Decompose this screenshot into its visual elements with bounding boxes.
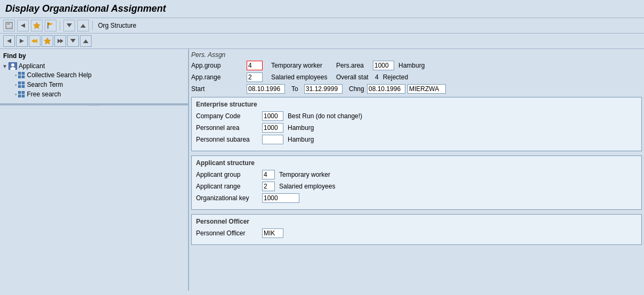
company-code-input[interactable] — [262, 111, 283, 121]
svg-rect-27 — [22, 85, 25, 88]
org-key-input[interactable] — [262, 193, 299, 203]
pers-assgn-row1: App.group Temporary worker Pers.area Ham… — [191, 61, 642, 70]
svg-rect-29 — [22, 91, 25, 94]
app-group-input[interactable] — [247, 61, 263, 70]
to-label: To — [291, 85, 302, 93]
applicant-structure-title: Applicant structure — [196, 159, 637, 167]
overall-stat-label: Overall stat — [336, 73, 371, 81]
chng-user-input[interactable] — [407, 84, 446, 94]
svg-rect-20 — [18, 72, 21, 75]
start-label: Start — [191, 85, 244, 93]
svg-marker-3 — [21, 23, 25, 28]
back-button[interactable] — [17, 20, 29, 31]
chng-label: Chng — [349, 85, 365, 93]
toolbar-separator-2 — [92, 21, 93, 30]
personnel-subarea-label: Personnel subarea — [196, 136, 260, 143]
pers-assgn-section: Pers. Assgn App.group Temporary worker P… — [191, 51, 642, 94]
svg-marker-9 — [7, 39, 11, 43]
personnel-officer-input[interactable] — [262, 228, 283, 238]
company-code-text: Best Run (do not change!) — [288, 112, 362, 120]
svg-rect-1 — [7, 22, 10, 25]
tree-branch: • Collective Search Help • — [5, 70, 188, 99]
applicant-icon — [9, 62, 17, 70]
svg-point-18 — [11, 63, 14, 67]
collective-search-label: Collective Search Help — [27, 71, 92, 79]
svg-rect-25 — [22, 81, 25, 84]
personnel-subarea-input[interactable] — [262, 135, 283, 144]
overall-stat-value: 4 — [375, 73, 379, 81]
chng-date-input[interactable] — [367, 84, 405, 94]
nav-filter-down-button[interactable] — [67, 35, 79, 47]
start-input[interactable] — [247, 84, 285, 94]
svg-marker-8 — [80, 24, 86, 28]
applicant-group-input[interactable] — [262, 170, 275, 179]
find-by-label: Find by — [0, 51, 188, 62]
app-group-label: App.group — [191, 62, 244, 69]
tree-root-applicant[interactable]: ▼ Applicant — [0, 62, 188, 70]
nav-back-button[interactable] — [3, 35, 15, 47]
temp-worker-label: Temporary worker — [271, 62, 330, 69]
personnel-area-input[interactable] — [262, 123, 283, 133]
svg-rect-31 — [22, 95, 25, 97]
tree-child-search-term[interactable]: • Search Term — [5, 80, 188, 89]
svg-rect-28 — [18, 91, 21, 94]
overall-stat-text: Rejected — [383, 73, 408, 81]
collective-search-icon — [18, 71, 26, 79]
nav-star-button[interactable] — [42, 35, 53, 47]
svg-marker-7 — [67, 23, 72, 27]
filter-down-button[interactable] — [63, 20, 75, 31]
personnel-area-text: Hamburg — [288, 124, 314, 132]
personnel-officer-row-0: Personnel Officer — [196, 228, 637, 238]
main-toolbar: Org Structure — [0, 18, 644, 34]
svg-marker-5 — [48, 22, 53, 26]
tree-child-free-search[interactable]: • Free search — [5, 89, 188, 99]
salaried-label: Salaried employees — [271, 73, 330, 81]
free-search-icon — [18, 91, 26, 98]
svg-rect-21 — [22, 72, 25, 75]
pers-area-label: Pers.area — [336, 62, 371, 69]
nav-first-button[interactable] — [29, 35, 40, 47]
applicant-structure-section: Applicant structure Applicant group Temp… — [191, 155, 642, 210]
nav-last-button[interactable] — [54, 35, 66, 47]
svg-rect-23 — [22, 76, 25, 78]
panel-resizer[interactable]: · · · · · — [0, 103, 188, 105]
svg-rect-24 — [18, 81, 21, 84]
flag-button[interactable] — [45, 20, 56, 31]
tree-child-collective[interactable]: • Collective Search Help — [5, 70, 188, 80]
to-input[interactable] — [304, 84, 343, 94]
filter-up-button[interactable] — [77, 20, 89, 31]
svg-rect-2 — [6, 26, 12, 28]
nav-filter-up-button[interactable] — [80, 35, 92, 47]
nav-toolbar — [0, 34, 644, 49]
pers-assgn-row3: Start To Chng — [191, 84, 642, 94]
svg-point-19 — [10, 67, 15, 70]
page-title: Display Organizational Assignment — [0, 0, 644, 18]
pers-area-input[interactable] — [373, 61, 394, 70]
company-code-label: Company Code — [196, 112, 260, 120]
main-layout: Find by ▼ Applicant • — [0, 49, 644, 291]
applicant-group-text: Temporary worker — [279, 171, 330, 178]
svg-marker-10 — [20, 39, 24, 43]
enterprise-row-2: Personnel subarea Hamburg — [196, 135, 637, 144]
app-range-input[interactable] — [247, 72, 263, 82]
svg-marker-16 — [70, 39, 76, 43]
svg-marker-13 — [44, 38, 51, 44]
nav-forward-button[interactable] — [16, 35, 28, 47]
applicant-row-1: Applicant range Salaried employees — [196, 182, 637, 191]
svg-marker-17 — [83, 39, 88, 43]
applicant-group-label: Applicant group — [196, 171, 260, 178]
toolbar-separator-1 — [60, 21, 60, 30]
applicant-row-2: Organizational key — [196, 193, 637, 203]
applicant-range-input[interactable] — [262, 182, 275, 191]
pers-assgn-row2: App.range Salaried employees Overall sta… — [191, 72, 642, 82]
enterprise-row-1: Personnel area Hamburg — [196, 123, 637, 133]
personnel-officer-title: Personnel Officer — [196, 218, 637, 225]
personnel-subarea-text: Hamburg — [288, 136, 314, 143]
svg-marker-4 — [34, 22, 40, 29]
svg-marker-15 — [60, 39, 63, 43]
left-panel: Find by ▼ Applicant • — [0, 49, 189, 291]
star-button[interactable] — [31, 20, 43, 31]
app-range-label: App.range — [191, 73, 244, 81]
save-button[interactable] — [3, 20, 15, 31]
search-term-icon — [18, 81, 26, 88]
